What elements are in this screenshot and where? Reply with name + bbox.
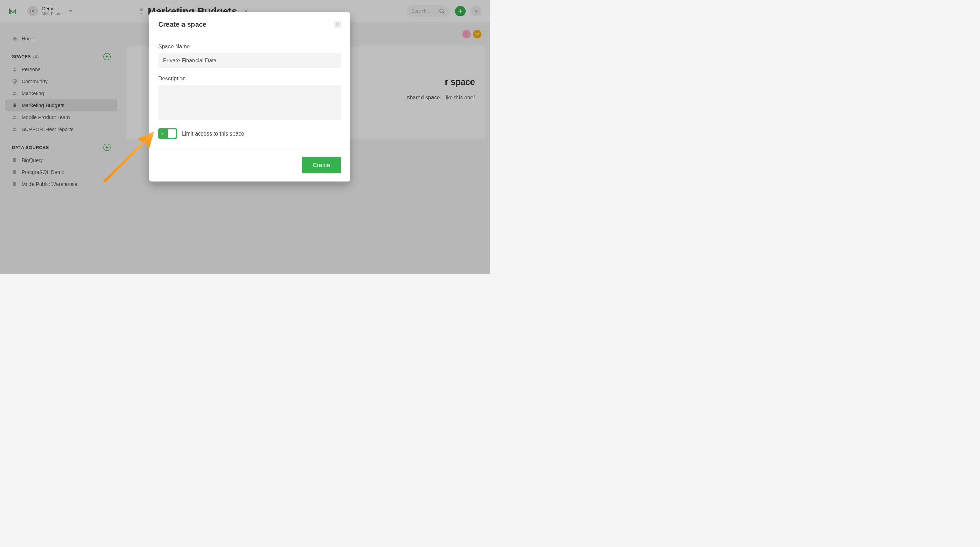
description-input[interactable] xyxy=(158,85,341,120)
description-label: Description xyxy=(158,76,341,82)
modal-body: Space Name Description ✓ Limit access to… xyxy=(149,35,350,148)
check-icon: ✓ xyxy=(161,132,164,136)
create-space-modal: Create a space Space Name Description ✓ … xyxy=(149,12,350,182)
limit-access-label: Limit access to this space xyxy=(182,130,244,137)
modal-header: Create a space xyxy=(149,12,350,35)
modal-footer: Create xyxy=(149,148,350,182)
toggle-knob xyxy=(168,129,176,138)
limit-access-toggle[interactable]: ✓ xyxy=(158,128,177,138)
close-icon xyxy=(336,22,339,26)
modal-title: Create a space xyxy=(158,21,207,29)
close-button[interactable] xyxy=(334,21,341,28)
space-name-input[interactable] xyxy=(158,53,341,68)
limit-access-row: ✓ Limit access to this space xyxy=(158,128,341,138)
create-button[interactable]: Create xyxy=(302,157,341,173)
space-name-label: Space Name xyxy=(158,43,341,49)
